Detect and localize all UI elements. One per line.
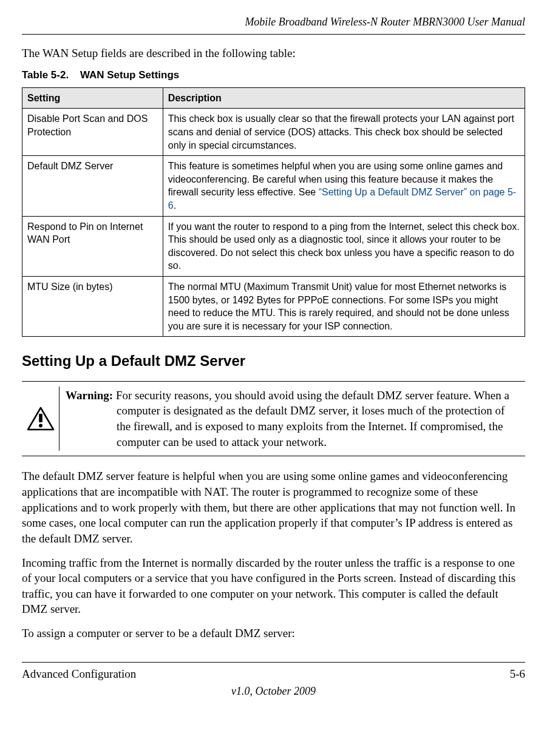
svg-rect-1: [39, 414, 42, 422]
cell-description: This feature is sometimes helpful when y…: [163, 156, 525, 216]
table-title: WAN Setup Settings: [80, 69, 179, 81]
table-row: Respond to Pin on Internet WAN Port If y…: [22, 216, 525, 276]
col-header-setting: Setting: [22, 87, 163, 109]
warning-icon-cell: [22, 386, 59, 451]
cell-setting: Disable Port Scan and DOS Protection: [22, 109, 163, 156]
svg-point-2: [39, 424, 42, 428]
footer-section-title: Advanced Configuration: [22, 666, 136, 682]
section-heading-dmz: Setting Up a Default DMZ Server: [22, 351, 525, 371]
paragraph-dmz-assign: To assign a computer or server to be a d…: [22, 626, 525, 641]
footer-version-date: v1.0, October 2009: [22, 684, 525, 698]
table-header-row: Setting Description: [22, 87, 525, 109]
wan-setup-table: Setting Description Disable Port Scan an…: [22, 87, 525, 337]
cell-setting: Default DMZ Server: [22, 156, 163, 216]
table-row: Default DMZ Server This feature is somet…: [22, 156, 525, 216]
table-row: Disable Port Scan and DOS Protection Thi…: [22, 109, 525, 156]
desc-post: .: [174, 200, 176, 211]
table-row: MTU Size (in bytes) The normal MTU (Maxi…: [22, 277, 525, 337]
table-caption: Table 5-2. WAN Setup Settings: [22, 69, 525, 83]
cell-setting: Respond to Pin on Internet WAN Port: [22, 216, 163, 276]
warning-icon: [27, 407, 55, 431]
cell-description: The normal MTU (Maximum Transmit Unit) v…: [163, 277, 525, 337]
warning-label: Warning:: [66, 389, 113, 402]
paragraph-dmz-incoming: Incoming traffic from the Internet is no…: [22, 555, 525, 618]
header-rule: [22, 34, 525, 35]
intro-paragraph: The WAN Setup fields are described in th…: [22, 46, 525, 61]
footer-page-number: 5-6: [510, 666, 525, 682]
cell-setting: MTU Size (in bytes): [22, 277, 163, 337]
header-title: Mobile Broadband Wireless-N Router MBRN3…: [22, 15, 525, 29]
table-number: Table 5-2.: [22, 69, 69, 83]
cell-description: If you want the router to respond to a p…: [163, 216, 525, 276]
warning-box: Warning: For security reasons, you shoul…: [22, 381, 525, 457]
cell-description: This check box is usually clear so that …: [163, 109, 525, 156]
col-header-description: Description: [163, 87, 525, 109]
warning-text: Warning: For security reasons, you shoul…: [59, 386, 525, 451]
warning-body: For security reasons, you should avoid u…: [113, 389, 509, 448]
paragraph-dmz-intro: The default DMZ server feature is helpfu…: [22, 468, 525, 546]
footer-rule: [22, 662, 525, 663]
footer-row: Advanced Configuration 5-6: [22, 666, 525, 682]
